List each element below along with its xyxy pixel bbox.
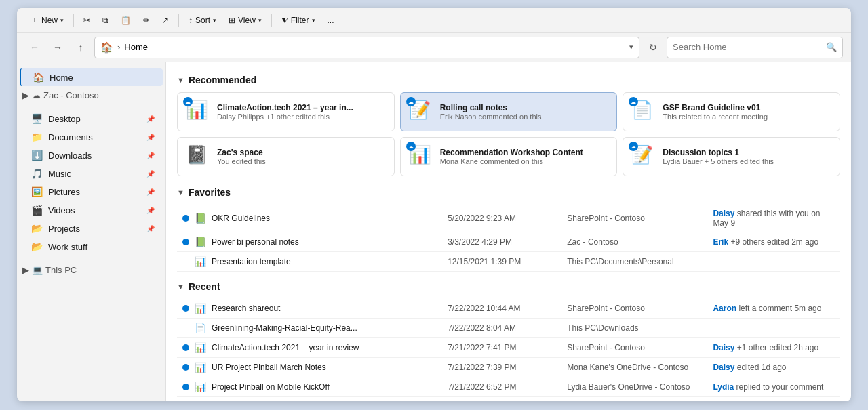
card-info-5: Discussion topics 1 Lydia Bauer + 5 othe… [663,148,831,165]
share-button[interactable]: ↗ [157,13,174,28]
card-info-3: Zac's space You edited this [217,148,386,165]
card-title-3: Zac's space [217,148,386,157]
search-input[interactable] [673,42,822,52]
recommended-card-0[interactable]: 📊 ☁ ClimateAction.tech 2021 – year in...… [177,92,395,131]
sidebar-pictures-label: Pictures [48,187,80,197]
recommended-card-3[interactable]: 📓 Zac's space You edited this [177,137,395,176]
list-item[interactable]: 📊 Project Pinball on Mobile KickOff 7/21… [177,377,840,397]
pin-icon-music: 📌 [146,170,155,178]
sidebar-group-chevron: ▶ [22,90,29,100]
sort-button[interactable]: ↕ Sort ▾ [183,13,222,28]
file-date: 7/22/2022 8:04 AM [442,319,561,338]
sidebar-group-thispc[interactable]: ▶ 💻 This PC [17,262,165,279]
file-row-icon: 📊 UR Project Pinball March Notes [182,362,437,373]
cloud-sync-dot [182,364,189,371]
file-location: This PC\Downloads [561,397,707,402]
paste-button[interactable]: 📋 [115,13,136,28]
home-icon: 🏠 [100,41,113,54]
new-button[interactable]: ＋ New ▾ [25,12,69,28]
recent-chevron-icon[interactable]: ▼ [177,283,184,291]
file-location: Mona Kane's OneDrive - Contoso [561,358,707,377]
content-area: ▼ Recommended 📊 ☁ ClimateAction.tech 202… [166,62,851,401]
sidebar-item-music[interactable]: 🎵 Music 📌 [20,165,163,182]
card-sub-2: This related to a recent meeting [663,112,831,121]
copy-button[interactable]: ⧉ [97,13,114,28]
sidebar-item-downloads[interactable]: ⬇️ Downloads 📌 [20,146,163,164]
cut-button[interactable]: ✂ [78,13,96,28]
more-label: ... [328,16,334,25]
search-box[interactable]: 🔍 [667,37,843,58]
sidebar-downloads-label: Downloads [48,150,92,161]
list-item[interactable]: 📄 2021-02-15 15-32-47 7/21/2022 6:51 PM … [177,397,840,402]
more-button[interactable]: ... [322,13,340,28]
list-item[interactable]: 📊 Research shareout 7/22/2022 10:44 AM S… [177,299,840,319]
favorites-title: Favorites [189,187,231,198]
new-chevron-icon: ▾ [60,17,64,24]
list-item[interactable]: 📊 UR Project Pinball March Notes 7/21/20… [177,358,840,377]
file-date: 7/21/2022 6:52 PM [442,377,561,397]
recommended-card-1[interactable]: 📝 ☁ Rolling call notes Erik Nason commen… [400,92,618,131]
pin-icon-projects: 📌 [146,225,155,232]
sidebar-item-desktop[interactable]: 🖥️ Desktop 📌 [20,110,163,127]
address-path: Home [124,42,148,52]
documents-icon: 📁 [31,131,43,142]
list-item[interactable]: 📊 Presentation template 12/15/2021 1:39 … [177,252,840,272]
file-activity: Daisy +1 other edited 2h ago [707,338,840,358]
file-name: Power bi personal notes [212,237,299,247]
recommended-card-4[interactable]: 📊 ☁ Recommendation Workshop Content Mona… [400,137,618,176]
file-name: UR Project Pinball March Notes [212,363,326,372]
file-row-icon: 📊 Research shareout [182,303,437,314]
card-title-2: GSF Brand Guideline v01 [663,103,831,112]
thispc-icon: 💻 [32,265,43,275]
file-date: 7/21/2022 7:41 PM [442,338,561,358]
file-name: Project Pinball on Mobile KickOff [212,382,330,392]
file-location: This PC\Downloads [561,319,707,338]
view-label: View [238,16,256,25]
favorites-chevron-icon[interactable]: ▼ [177,188,184,197]
file-activity: Daisy edited 1d ago [707,358,840,377]
file-name: Greenlining-Making-Racial-Equity-Rea... [212,323,357,333]
recommended-card-5[interactable]: 📝 ☁ Discussion topics 1 Lydia Bauer + 5 … [623,137,840,176]
list-item[interactable]: 📊 ClimateAction.tech 2021 – year in revi… [177,338,840,358]
sidebar-music-label: Music [48,169,71,179]
sidebar-group-zac[interactable]: ▶ ☁ Zac - Contoso [17,87,165,104]
ppt-icon: 📊 [195,362,206,373]
forward-button[interactable]: → [48,38,67,57]
card-info-2: GSF Brand Guideline v01 This related to … [663,103,831,121]
sidebar-item-projects[interactable]: 📂 Projects 📌 [20,220,163,237]
card-title-1: Rolling call notes [440,103,609,112]
sidebar-item-home[interactable]: 🏠 Home [20,68,163,86]
rename-button[interactable]: ✏ [138,13,155,28]
sidebar-item-documents[interactable]: 📁 Documents 📌 [20,128,163,146]
view-button[interactable]: ⊞ View ▾ [223,13,267,28]
back-button[interactable]: ← [25,38,44,57]
file-date: 7/21/2022 6:51 PM [442,397,561,402]
refresh-button[interactable]: ↻ [644,38,663,57]
list-item[interactable]: 📗 Power bi personal notes 3/3/2022 4:29 … [177,232,840,252]
filter-button[interactable]: ⧨ Filter ▾ [276,13,321,28]
recommended-chevron-icon[interactable]: ▼ [177,76,184,84]
file-activity [707,252,840,272]
recommended-card-2[interactable]: 📄 ☁ GSF Brand Guideline v01 This related… [623,92,840,131]
path-separator: › [117,42,120,52]
sidebar-projects-label: Projects [48,224,80,234]
address-box[interactable]: 🏠 › Home ▾ [94,37,639,58]
recommended-cards-grid: 📊 ☁ ClimateAction.tech 2021 – year in...… [177,92,840,176]
card-sub-4: Mona Kane commented on this [440,157,609,165]
sidebar-item-videos[interactable]: 🎬 Videos 📌 [20,201,163,219]
file-location: Zac - Contoso [561,232,707,252]
sidebar-item-pictures[interactable]: 🖼️ Pictures 📌 [20,183,163,201]
ppt-icon: 📊 [195,256,206,267]
workstuff-icon: 📂 [31,241,43,252]
file-name: OKR Guidelines [212,213,270,223]
cloud-badge-0: ☁ [183,97,193,106]
card-sub-3: You edited this [217,157,386,165]
ppt-icon: 📊 [195,342,206,353]
list-item[interactable]: 📗 OKR Guidelines 5/20/2022 9:23 AM Share… [177,205,840,232]
sidebar-item-workstuff[interactable]: 📂 Work stuff [20,238,163,255]
copy-icon: ⧉ [102,16,108,25]
up-button[interactable]: ↑ [71,38,90,57]
music-icon: 🎵 [31,168,43,179]
file-row-icon: 📊 ClimateAction.tech 2021 – year in revi… [182,342,437,353]
list-item[interactable]: 📄 Greenlining-Making-Racial-Equity-Rea..… [177,319,840,338]
